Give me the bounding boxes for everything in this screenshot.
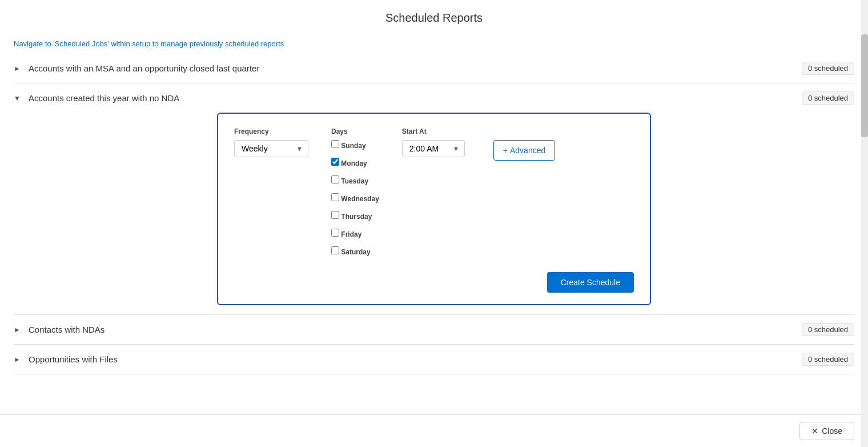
report-row-1[interactable]: ► Accounts with an MSA and an opportunit… bbox=[14, 54, 854, 83]
days-group: Days Sunday Monday Tuesday bbox=[331, 127, 379, 261]
start-at-group: Start At 12:00 AM 1:00 AM 2:00 AM 3:00 A… bbox=[402, 127, 471, 157]
frequency-label: Frequency bbox=[234, 127, 308, 135]
report-title-4: Opportunities with Files bbox=[29, 354, 118, 364]
checkbox-tuesday[interactable] bbox=[331, 175, 339, 183]
checkbox-sunday[interactable] bbox=[331, 140, 339, 148]
day-saturday[interactable]: Saturday bbox=[331, 246, 379, 256]
scrollbar-track bbox=[861, 0, 868, 447]
close-footer: ✕ Close bbox=[0, 414, 868, 447]
day-friday-label: Friday bbox=[341, 230, 361, 238]
scheduled-badge-4: 0 scheduled bbox=[802, 353, 854, 366]
day-monday-label: Monday bbox=[341, 159, 367, 167]
close-x-icon: ✕ bbox=[811, 426, 818, 436]
day-wednesday-label: Wednesday bbox=[341, 195, 379, 203]
chevron-right-icon-3: ► bbox=[14, 326, 23, 334]
advanced-button[interactable]: + Advanced bbox=[493, 140, 555, 161]
time-select[interactable]: 12:00 AM 1:00 AM 2:00 AM 3:00 AM 4:00 AM… bbox=[402, 140, 465, 157]
checkbox-friday[interactable] bbox=[331, 229, 339, 237]
checkbox-wednesday[interactable] bbox=[331, 193, 339, 201]
frequency-group: Frequency Daily Weekly Monthly ▼ bbox=[234, 127, 308, 157]
create-schedule-button[interactable]: Create Schedule bbox=[547, 272, 634, 293]
report-row-3[interactable]: ► Contacts with NDAs 0 scheduled bbox=[14, 315, 854, 345]
report-row-4[interactable]: ► Opportunities with Files 0 scheduled bbox=[14, 345, 854, 374]
page-title: Scheduled Reports bbox=[0, 0, 868, 34]
content-area: ► Accounts with an MSA and an opportunit… bbox=[0, 54, 868, 432]
form-actions: Create Schedule bbox=[234, 272, 634, 293]
close-button[interactable]: ✕ Close bbox=[799, 422, 854, 440]
checkbox-thursday[interactable] bbox=[331, 211, 339, 219]
report-row-2[interactable]: ▼ Accounts created this year with no NDA… bbox=[14, 83, 854, 113]
day-monday[interactable]: Monday bbox=[331, 158, 379, 167]
report-title-2: Accounts created this year with no NDA bbox=[29, 93, 179, 103]
report-title-1: Accounts with an MSA and an opportunity … bbox=[29, 63, 259, 73]
scheduled-badge-2: 0 scheduled bbox=[802, 91, 854, 105]
form-row: Frequency Daily Weekly Monthly ▼ Days bbox=[234, 127, 634, 261]
advanced-plus-icon: + bbox=[503, 146, 508, 155]
days-label: Days bbox=[331, 127, 379, 135]
checkbox-monday[interactable] bbox=[331, 158, 339, 166]
day-sunday-label: Sunday bbox=[341, 142, 365, 150]
time-select-wrapper: 12:00 AM 1:00 AM 2:00 AM 3:00 AM 4:00 AM… bbox=[402, 140, 465, 157]
chevron-right-icon-4: ► bbox=[14, 356, 23, 364]
scheduled-badge-3: 0 scheduled bbox=[802, 323, 854, 336]
report-title-3: Contacts with NDAs bbox=[29, 325, 105, 334]
scheduled-badge-1: 0 scheduled bbox=[802, 62, 854, 75]
day-tuesday-label: Tuesday bbox=[341, 177, 368, 185]
report-section-2: ▼ Accounts created this year with no NDA… bbox=[14, 83, 854, 315]
days-checkboxes: Sunday Monday Tuesday Wednesday bbox=[331, 140, 379, 261]
start-at-label: Start At bbox=[402, 127, 471, 135]
day-thursday[interactable]: Thursday bbox=[331, 211, 379, 221]
scrollbar-thumb[interactable] bbox=[861, 34, 868, 137]
scheduled-jobs-link[interactable]: Navigate to 'Scheduled Jobs' within setu… bbox=[0, 34, 868, 54]
frequency-select[interactable]: Daily Weekly Monthly bbox=[234, 140, 308, 157]
schedule-form: Frequency Daily Weekly Monthly ▼ Days bbox=[217, 113, 651, 305]
chevron-right-icon-1: ► bbox=[14, 65, 23, 73]
day-thursday-label: Thursday bbox=[341, 213, 372, 221]
frequency-select-wrapper: Daily Weekly Monthly ▼ bbox=[234, 140, 308, 157]
day-wednesday[interactable]: Wednesday bbox=[331, 193, 379, 203]
day-tuesday[interactable]: Tuesday bbox=[331, 175, 379, 185]
day-saturday-label: Saturday bbox=[341, 248, 370, 256]
day-friday[interactable]: Friday bbox=[331, 229, 379, 238]
close-label: Close bbox=[822, 426, 842, 436]
day-sunday[interactable]: Sunday bbox=[331, 140, 379, 150]
chevron-down-icon-2: ▼ bbox=[14, 94, 23, 102]
advanced-label: Advanced bbox=[510, 146, 545, 155]
checkbox-saturday[interactable] bbox=[331, 246, 339, 254]
